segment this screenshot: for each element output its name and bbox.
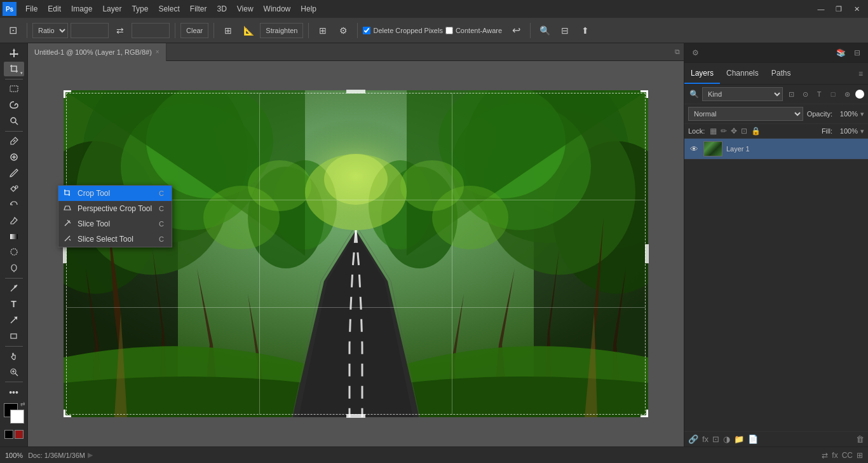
menu-select[interactable]: Select — [153, 3, 184, 15]
filter-smart-icon[interactable]: ⊛ — [841, 88, 853, 100]
delete-cropped-checkbox[interactable]: Delete Cropped Pixels — [363, 27, 442, 34]
menu-file[interactable]: File — [20, 3, 43, 15]
lock-all-icon[interactable]: 🔒 — [751, 127, 761, 135]
layer-item[interactable]: 👁 Layer 1 — [684, 139, 868, 160]
panel-menu-icon[interactable]: ≡ — [853, 63, 868, 84]
filter-type-icon2[interactable]: T — [813, 88, 825, 100]
filter-shape-icon[interactable]: □ — [827, 88, 839, 100]
quick-mask-mode[interactable] — [4, 430, 24, 439]
swap-icon[interactable]: ⇄ — [111, 22, 129, 39]
path-selection-tool[interactable] — [4, 313, 24, 328]
status-smart-filter-icon[interactable]: fx — [832, 451, 837, 460]
crop-handle-bm[interactable] — [346, 414, 365, 418]
undo-icon[interactable]: ↩ — [507, 22, 525, 39]
more-tools[interactable]: ••• — [4, 385, 24, 399]
zoom-tool[interactable] — [4, 364, 24, 379]
menu-image[interactable]: Image — [66, 3, 97, 15]
perspective-crop-tool-item[interactable]: Perspective Crop Tool C — [58, 201, 172, 216]
menu-edit[interactable]: Edit — [43, 3, 66, 15]
filter-pixel-icon[interactable]: ⊡ — [785, 88, 797, 100]
eraser-tool[interactable] — [4, 213, 24, 228]
close-tab-button[interactable]: × — [156, 48, 159, 55]
crop-tool-item[interactable]: Crop Tool C — [58, 186, 172, 201]
blur-tool[interactable] — [4, 245, 24, 259]
overlay-icon[interactable]: ⊞ — [314, 22, 332, 39]
canvas-container[interactable]: Crop Tool C Perspective Crop Tool C Slic… — [28, 61, 684, 446]
add-layer-style-icon[interactable]: fx — [702, 434, 709, 444]
create-group-icon[interactable]: 📁 — [734, 434, 744, 444]
type-tool[interactable]: T — [4, 297, 24, 312]
layer-visibility-toggle[interactable]: 👁 — [688, 143, 700, 155]
crop-handle-br[interactable] — [641, 410, 648, 417]
lock-image-icon[interactable]: ✏ — [721, 127, 727, 135]
menu-type[interactable]: Type — [126, 3, 153, 15]
crop-handle-tl[interactable] — [64, 90, 71, 98]
close-button[interactable]: ✕ — [848, 0, 865, 18]
opacity-scrubber[interactable]: ▾ — [860, 110, 864, 118]
straighten-icon[interactable]: 📐 — [240, 22, 257, 39]
brush-tool[interactable] — [4, 165, 24, 180]
tab-channels[interactable]: Channels — [720, 63, 765, 84]
opacity-input[interactable] — [835, 110, 858, 118]
status-doc-info[interactable]: Doc: 1/36M/1/36M ▶ — [28, 451, 93, 459]
crop-handle-tr[interactable] — [641, 90, 648, 98]
filter-adjustment-icon[interactable]: ⊙ — [799, 88, 811, 100]
lock-position-icon[interactable]: ✥ — [731, 127, 737, 135]
clone-stamp-tool[interactable] — [4, 181, 24, 196]
status-cc-icon[interactable]: CC — [842, 451, 853, 460]
properties-icon[interactable]: ⊟ — [850, 46, 864, 60]
shape-tool[interactable] — [4, 329, 24, 343]
history-brush-tool[interactable] — [4, 197, 24, 212]
panel-settings-icon[interactable]: ⚙ — [688, 46, 702, 60]
crop-handle-bl[interactable] — [64, 410, 71, 417]
background-color[interactable] — [10, 410, 24, 424]
status-arrange-icon[interactable]: ⊞ — [857, 451, 863, 460]
fill-input[interactable] — [835, 127, 858, 135]
create-adjustment-icon[interactable]: ◑ — [723, 434, 730, 444]
ratio-select[interactable]: Ratio — [32, 23, 68, 38]
filter-toggle[interactable] — [855, 90, 864, 99]
filter-type-icon[interactable]: 🔍 — [688, 88, 700, 100]
menu-window[interactable]: Window — [259, 3, 296, 15]
rectangular-marquee-tool[interactable] — [4, 82, 24, 97]
menu-3d[interactable]: 3D — [212, 3, 231, 15]
search-icon[interactable]: 🔍 — [536, 22, 553, 39]
create-layer-icon[interactable]: 📄 — [748, 434, 758, 444]
clear-button[interactable]: Clear — [180, 23, 208, 38]
arrange-docs-icon[interactable]: ⧉ — [671, 48, 684, 56]
delete-layer-icon[interactable]: 🗑 — [856, 434, 864, 444]
workspace-icon[interactable]: ⊟ — [556, 22, 574, 39]
settings-icon[interactable]: ⚙ — [334, 22, 352, 39]
hand-tool[interactable] — [4, 349, 24, 363]
blend-mode-select[interactable]: Normal — [688, 107, 803, 121]
menu-help[interactable]: Help — [295, 3, 322, 15]
document-tab-active[interactable]: Untitled-1 @ 100% (Layer 1, RGB/8#) × — [28, 43, 166, 61]
add-mask-icon[interactable]: ⊡ — [712, 434, 719, 444]
minimize-button[interactable]: — — [812, 0, 830, 18]
crop-tool[interactable]: ▾ — [4, 62, 24, 76]
content-aware-checkbox[interactable]: Content-Aware — [445, 27, 502, 34]
crop-handle-tm[interactable] — [346, 90, 365, 93]
lasso-tool[interactable] — [4, 98, 24, 113]
tab-paths[interactable]: Paths — [765, 63, 797, 84]
lock-artboard-icon[interactable]: ⊡ — [741, 127, 747, 135]
crop-handle-mr[interactable] — [645, 244, 649, 263]
menu-view[interactable]: View — [232, 3, 259, 15]
height-input[interactable] — [132, 23, 170, 38]
tab-layers[interactable]: Layers — [684, 63, 720, 84]
tool-options-icon[interactable]: ⊡ — [4, 22, 22, 39]
share-icon[interactable]: ⬆ — [576, 22, 594, 39]
move-tool[interactable] — [4, 46, 24, 60]
link-layers-icon[interactable]: 🔗 — [688, 434, 698, 444]
fill-scrubber[interactable]: ▾ — [860, 127, 864, 135]
healing-brush-tool[interactable] — [4, 149, 24, 164]
filter-kind-select[interactable]: Kind — [702, 87, 783, 101]
slice-select-tool-item[interactable]: Slice Select Tool C — [58, 232, 172, 247]
libraries-icon[interactable]: 📚 — [834, 46, 848, 60]
width-input[interactable] — [71, 23, 109, 38]
slice-tool-item[interactable]: Slice Tool C — [58, 216, 172, 232]
color-swatches[interactable]: ⇄ — [4, 403, 24, 424]
gradient-tool[interactable] — [4, 229, 24, 244]
maximize-button[interactable]: ❐ — [830, 0, 848, 18]
quick-select-tool[interactable] — [4, 114, 24, 128]
